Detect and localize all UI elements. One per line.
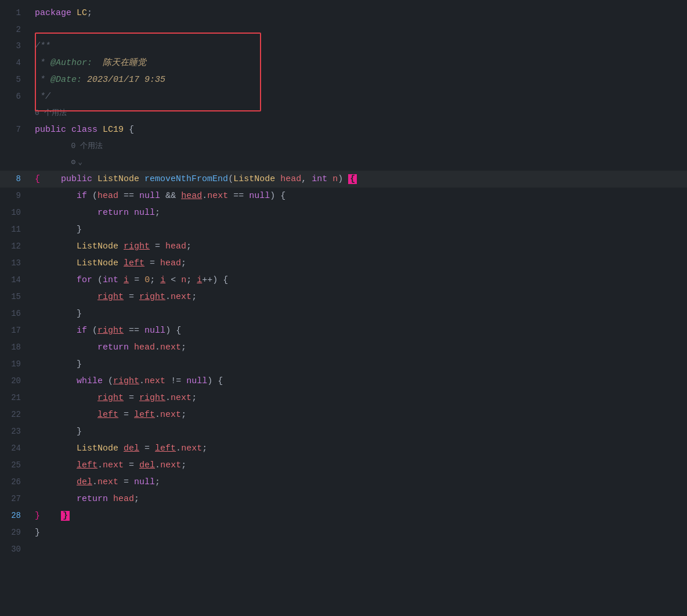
line-number-16: 16 [0,305,30,322]
line-content-17: if (right == null) { [30,323,687,339]
line-number-25: 25 [0,457,30,473]
line-number-22: 22 [0,406,30,423]
code-line-27: 27 return head; [0,491,687,507]
line-content-4: * @Author: 陈天在睡觉 [30,55,687,71]
line-number-21: 21 [0,390,30,406]
code-line-16: 16 } [0,305,687,322]
gear-line: ⚙️ ⌄ [0,154,687,171]
code-line-4: 4 * @Author: 陈天在睡觉 [0,55,687,71]
meta-usages-class: 0 个用法 [0,105,687,121]
code-line-20: 20 while (right.next != null) { [0,373,687,390]
line-content-11: } [30,222,687,238]
line-content-14: for (int i = 0; i < n; i++) { [30,272,687,289]
code-line-21: 21 right = right.next; [0,390,687,406]
code-line-29: 29 } [0,524,687,541]
line-number-9: 9 [0,188,30,204]
line-number-24: 24 [0,440,30,456]
code-line-18: 18 return head.next; [0,339,687,356]
line-content-6: */ [30,89,687,105]
line-content-19: } [30,356,687,373]
code-line-14: 14 for (int i = 0; i < n; i++) { [0,272,687,289]
line-number-23: 23 [0,423,30,440]
line-number-13: 13 [0,255,30,271]
code-line-23: 23 } [0,423,687,440]
line-content-25: left.next = del.next; [30,458,687,474]
line-number-20: 20 [0,373,30,389]
line-content-3: /** [30,38,687,55]
line-number-29: 29 [0,524,30,541]
code-line-2: 2 [0,21,687,38]
line-number-3: 3 [0,38,30,54]
line-number-1: 1 [0,5,30,21]
line-number-10: 10 [0,204,30,221]
line-content-1: package LC; [30,5,687,21]
line-content-16: } [30,306,687,322]
line-number-19: 19 [0,356,30,372]
code-line-15: 15 right = right.next; [0,289,687,305]
meta-usages-class-text: 0 个用法 [30,105,687,121]
code-line-24: 24 ListNode del = left.next; [0,440,687,457]
code-line-8: 8 { public ListNode removeNthFromEnd(Lis… [0,171,687,188]
code-line-3: 3 /** [0,38,687,55]
line-number-12: 12 [0,238,30,254]
line-content-18: return head.next; [30,340,687,356]
gear-icon-text: ⚙️ ⌄ [30,154,687,171]
line-number-6: 6 [0,88,30,105]
line-number-7: 7 [0,121,30,138]
line-content-9: if (head == null && head.next == null) { [30,188,687,204]
line-content-15: right = right.next; [30,289,687,305]
line-number-28: 28 [0,507,30,524]
line-content-26: del.next = null; [30,474,687,491]
line-number-18: 18 [0,339,30,355]
line-content-24: ListNode del = left.next; [30,441,687,457]
line-number-8: 8 [0,171,30,187]
code-line-6: 6 */ [0,88,687,105]
line-content-29: } [30,525,687,541]
meta-usages-method: 0 个用法 [0,138,687,154]
code-line-13: 13 ListNode left = head; [0,255,687,272]
code-line-7: 7 public class LC19 { [0,121,687,138]
code-line-26: 26 del.next = null; [0,474,687,491]
line-content-13: ListNode left = head; [30,255,687,272]
line-number-15: 15 [0,289,30,305]
line-content-23: } [30,424,687,440]
line-number-5: 5 [0,71,30,88]
line-content-8: { public ListNode removeNthFromEnd(ListN… [30,171,687,188]
code-line-12: 12 ListNode right = head; [0,238,687,255]
line-content-20: while (right.next != null) { [30,373,687,390]
line-content-28: } } [30,508,687,524]
line-content-27: return head; [30,491,687,507]
line-content-7: public class LC19 { [30,122,687,138]
line-content-21: right = right.next; [30,390,687,406]
line-number-11: 11 [0,221,30,237]
code-line-25: 25 left.next = del.next; [0,457,687,474]
code-line-30: 30 [0,541,687,557]
line-number-4: 4 [0,55,30,71]
line-number-17: 17 [0,322,30,338]
line-number-30: 30 [0,541,30,557]
line-number-2: 2 [0,21,30,38]
line-number-27: 27 [0,491,30,507]
code-line-9: 9 if (head == null && head.next == null)… [0,188,687,204]
line-content-10: return null; [30,205,687,221]
code-line-1: 1 package LC; [0,5,687,21]
code-line-28: 28 } } [0,507,687,524]
code-line-19: 19 } [0,356,687,373]
code-line-22: 22 left = left.next; [0,406,687,423]
line-content-5: * @Date: 2023/01/17 9:35 [30,72,687,88]
code-line-10: 10 return null; [0,204,687,221]
code-editor: 1 package LC; 2 3 /** 4 * @Author: 陈天在睡觉… [0,0,687,562]
meta-usages-method-text: 0 个用法 [30,138,687,154]
code-line-5: 5 * @Date: 2023/01/17 9:35 [0,71,687,88]
code-line-11: 11 } [0,221,687,238]
line-number-26: 26 [0,474,30,490]
line-content-12: ListNode right = head; [30,239,687,255]
code-line-17: 17 if (right == null) { [0,322,687,339]
line-number-14: 14 [0,272,30,288]
line-content-22: left = left.next; [30,407,687,423]
